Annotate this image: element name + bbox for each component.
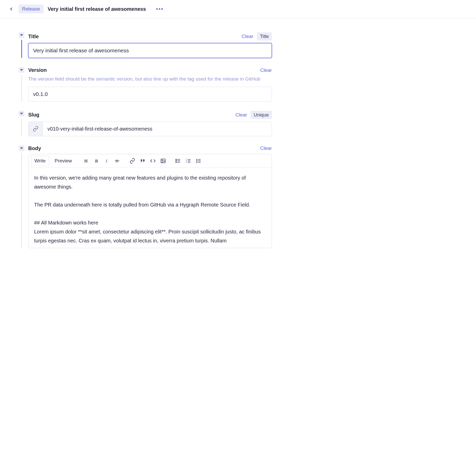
- field-title: Title Clear Title: [18, 32, 272, 58]
- svg-text:3: 3: [186, 161, 187, 163]
- image-button[interactable]: [160, 158, 166, 164]
- field-menu-button[interactable]: [19, 145, 24, 151]
- back-button[interactable]: [8, 5, 15, 13]
- heading-button[interactable]: H: [83, 158, 90, 164]
- slug-label: Slug: [28, 112, 39, 118]
- quote-button[interactable]: [139, 158, 146, 164]
- version-description: The version field should be the semantic…: [28, 76, 272, 83]
- field-menu-button[interactable]: [19, 111, 24, 116]
- markdown-editor: Write Preview H B I S: [28, 154, 272, 248]
- field-body: Body Clear Write Preview H B I S: [18, 145, 272, 248]
- svg-point-11: [176, 160, 176, 161]
- bold-button[interactable]: B: [94, 158, 100, 164]
- svg-point-6: [162, 160, 163, 161]
- numbered-list-button[interactable]: 123: [185, 158, 192, 164]
- version-input[interactable]: [28, 87, 272, 102]
- link-button[interactable]: [129, 158, 136, 164]
- code-button[interactable]: [150, 158, 156, 164]
- page-title: Very initial first release of awesomenes…: [48, 6, 146, 12]
- title-badge[interactable]: Title: [257, 32, 272, 41]
- slug-unique-badge[interactable]: Unique: [251, 111, 272, 119]
- task-list-button[interactable]: [195, 158, 202, 164]
- italic-button[interactable]: I: [104, 158, 111, 164]
- svg-text:I: I: [105, 158, 107, 163]
- page-header: Release Very initial first release of aw…: [0, 0, 476, 18]
- bullet-list-button[interactable]: [175, 158, 181, 164]
- svg-text:H: H: [84, 158, 87, 163]
- slug-input[interactable]: [43, 122, 272, 136]
- version-clear-button[interactable]: Clear: [260, 67, 272, 73]
- strikethrough-button[interactable]: S: [114, 158, 121, 164]
- svg-text:B: B: [95, 158, 98, 163]
- field-version: Version Clear The version field should b…: [18, 67, 272, 102]
- slug-clear-button[interactable]: Clear: [235, 112, 247, 118]
- svg-point-12: [176, 162, 176, 163]
- svg-point-10: [176, 159, 176, 160]
- title-clear-button[interactable]: Clear: [242, 34, 253, 39]
- link-icon: [28, 122, 43, 136]
- content-type-tag: Release: [18, 5, 44, 13]
- more-actions-button[interactable]: [156, 8, 163, 10]
- field-slug: Slug Clear Unique: [18, 111, 272, 136]
- slug-input-wrapper: [28, 122, 272, 136]
- body-label: Body: [28, 145, 41, 151]
- field-menu-button[interactable]: [19, 67, 24, 73]
- title-input[interactable]: [28, 43, 272, 58]
- write-tab[interactable]: Write: [31, 156, 49, 166]
- form-content: Title Clear Title Version Clear: [0, 18, 282, 248]
- field-gutter: [18, 32, 25, 58]
- title-label: Title: [28, 34, 39, 40]
- version-label: Version: [28, 67, 47, 73]
- body-clear-button[interactable]: Clear: [260, 145, 272, 151]
- preview-tab[interactable]: Preview: [52, 156, 75, 166]
- body-textarea[interactable]: In this version, we're adding many great…: [28, 168, 272, 248]
- field-menu-button[interactable]: [19, 32, 24, 38]
- editor-toolbar: Write Preview H B I S: [28, 154, 272, 168]
